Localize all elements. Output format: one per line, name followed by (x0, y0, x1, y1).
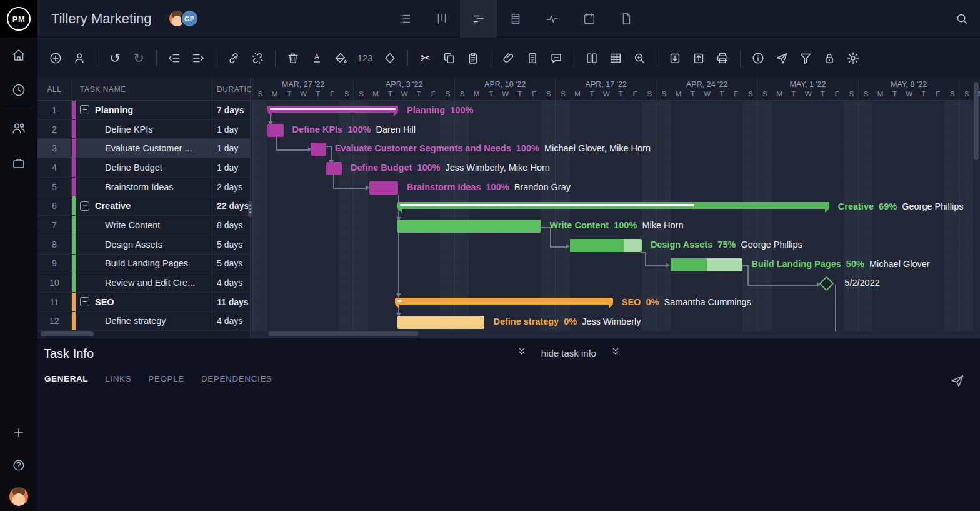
task-bar-design-assets[interactable] (570, 239, 642, 252)
task-info-tab-dependencies[interactable]: DEPENDENCIES (201, 374, 272, 383)
duration-cell[interactable]: 7 days (212, 101, 250, 119)
view-tab-calendar-view[interactable] (571, 0, 608, 38)
task-name-cell[interactable]: Review and Edit Cre... (76, 273, 212, 292)
numbers-123[interactable]: 123 (358, 50, 373, 66)
duration-cell[interactable]: 1 day (212, 120, 250, 139)
info-icon[interactable] (751, 50, 765, 66)
outdent-icon[interactable] (168, 50, 181, 66)
unlink-tasks-icon[interactable] (251, 50, 264, 66)
clock-icon[interactable] (0, 73, 38, 108)
duration-cell[interactable]: 8 days (212, 216, 250, 235)
duration-cell[interactable]: 4 days (212, 273, 250, 292)
column-header-all[interactable]: ALL (38, 78, 72, 100)
milestone-diamond-icon[interactable] (383, 50, 397, 66)
search-icon[interactable] (955, 0, 969, 38)
gantt-horizontal-scrollbar[interactable] (251, 331, 980, 336)
task-bar-define-kpis[interactable] (268, 124, 283, 137)
print-icon[interactable] (716, 50, 729, 66)
home-icon[interactable] (0, 38, 38, 73)
toggle-columns-icon[interactable] (585, 50, 599, 66)
notes-icon[interactable] (526, 50, 539, 66)
import-icon[interactable] (668, 50, 682, 66)
task-info-tab-general[interactable]: GENERAL (44, 374, 88, 383)
task-name-cell[interactable]: −Creative (76, 196, 212, 215)
task-name-cell[interactable]: Brainstorm Ideas (76, 178, 212, 196)
briefcase-icon[interactable] (0, 146, 38, 181)
lock-icon[interactable] (822, 50, 836, 66)
duration-cell[interactable]: 11 days (212, 293, 250, 311)
comment-icon[interactable] (549, 50, 563, 66)
collapse-icon[interactable]: − (80, 201, 89, 211)
cut-icon[interactable]: ✂ (419, 50, 432, 66)
zoom-in-icon[interactable] (632, 50, 646, 66)
column-header-task-name[interactable]: TASK NAME (72, 85, 212, 94)
table-row-task-4[interactable]: 4Define Budget1 day (38, 158, 250, 178)
task-name-cell[interactable]: Evaluate Customer ... (76, 139, 212, 158)
team-icon[interactable] (0, 111, 38, 146)
task-bar-define-strategy[interactable] (398, 316, 485, 329)
view-tab-sheet-view[interactable] (497, 0, 534, 38)
summary-bar-seo[interactable] (395, 298, 612, 305)
table-row-task-6[interactable]: 6−Creative22 days (38, 196, 250, 216)
attachment-icon[interactable] (502, 50, 516, 66)
duration-cell[interactable]: 22 days (212, 196, 250, 215)
collapse-icon[interactable]: − (80, 105, 89, 114)
add-task-icon[interactable] (49, 50, 62, 66)
task-name-cell[interactable]: Define KPIs (76, 120, 212, 139)
link-tasks-icon[interactable] (227, 50, 241, 66)
export-icon[interactable] (692, 50, 706, 66)
delete-icon[interactable] (286, 50, 300, 66)
fill-color-icon[interactable] (334, 50, 348, 66)
view-tab-activity-view[interactable] (534, 0, 571, 38)
redo-icon[interactable]: ↻ (132, 50, 146, 66)
table-row-task-3[interactable]: 3Evaluate Customer ...1 day (38, 139, 250, 158)
indent-icon[interactable] (191, 50, 205, 66)
duration-cell[interactable]: 2 days (212, 178, 250, 196)
send-task-icon[interactable] (950, 373, 965, 391)
paste-icon[interactable] (466, 50, 480, 66)
filter-icon[interactable] (799, 50, 812, 66)
table-grid-icon[interactable] (609, 50, 622, 66)
column-header-duration[interactable]: DURATION (212, 78, 250, 100)
user-avatar[interactable] (9, 487, 28, 506)
table-row-task-1[interactable]: 1−Planning7 days (38, 101, 250, 120)
settings-icon[interactable] (846, 50, 860, 66)
plus-icon[interactable] (0, 422, 38, 443)
milestone-diamond[interactable] (819, 276, 834, 291)
assign-user-icon[interactable] (72, 50, 86, 66)
table-row-task-2[interactable]: 2Define KPIs1 day (38, 120, 250, 139)
table-row-task-12[interactable]: 12Define strategy4 days (38, 312, 250, 331)
font-icon[interactable]: A (310, 50, 324, 66)
duration-cell[interactable]: 4 days (212, 312, 250, 331)
pm-logo[interactable]: PM (0, 0, 38, 38)
view-tab-gantt-view[interactable] (460, 0, 497, 38)
summary-bar-planning[interactable] (268, 106, 398, 113)
project-avatars[interactable]: GP (168, 9, 199, 28)
task-bar-write-content[interactable] (398, 220, 541, 233)
view-tab-list-view[interactable] (386, 0, 423, 38)
table-row-task-10[interactable]: 10Review and Edit Cre...4 days (38, 273, 250, 293)
duration-cell[interactable]: 5 days (212, 255, 250, 273)
collapse-icon[interactable]: − (80, 297, 89, 306)
task-bar-build-landing-pages[interactable] (671, 258, 742, 271)
share-icon[interactable] (775, 50, 789, 66)
gantt-vertical-scrollbar[interactable] (974, 82, 979, 307)
table-row-task-8[interactable]: 8Design Assets5 days (38, 235, 250, 255)
duration-cell[interactable]: 1 day (212, 139, 250, 158)
help-icon[interactable] (0, 455, 38, 476)
duration-cell[interactable]: 5 days (212, 235, 250, 254)
task-name-cell[interactable]: −Planning (76, 101, 212, 119)
task-name-cell[interactable]: Define Budget (76, 158, 212, 177)
task-bar-evaluate-customer-segments-and-needs[interactable] (311, 143, 326, 156)
task-name-cell[interactable]: Design Assets (76, 235, 212, 254)
task-name-cell[interactable]: Build Landing Pages (76, 255, 212, 273)
table-horizontal-scrollbar[interactable] (38, 331, 250, 336)
task-name-cell[interactable]: Write Content (76, 216, 212, 235)
task-name-cell[interactable]: −SEO (76, 293, 212, 311)
task-info-tab-links[interactable]: LINKS (105, 374, 131, 383)
table-row-task-5[interactable]: 5Brainstorm Ideas2 days (38, 178, 250, 197)
task-bar-define-budget[interactable] (326, 162, 342, 175)
view-tab-board-view[interactable] (423, 0, 460, 38)
pane-resize-handle[interactable] (248, 201, 252, 217)
undo-icon[interactable]: ↺ (108, 50, 122, 66)
